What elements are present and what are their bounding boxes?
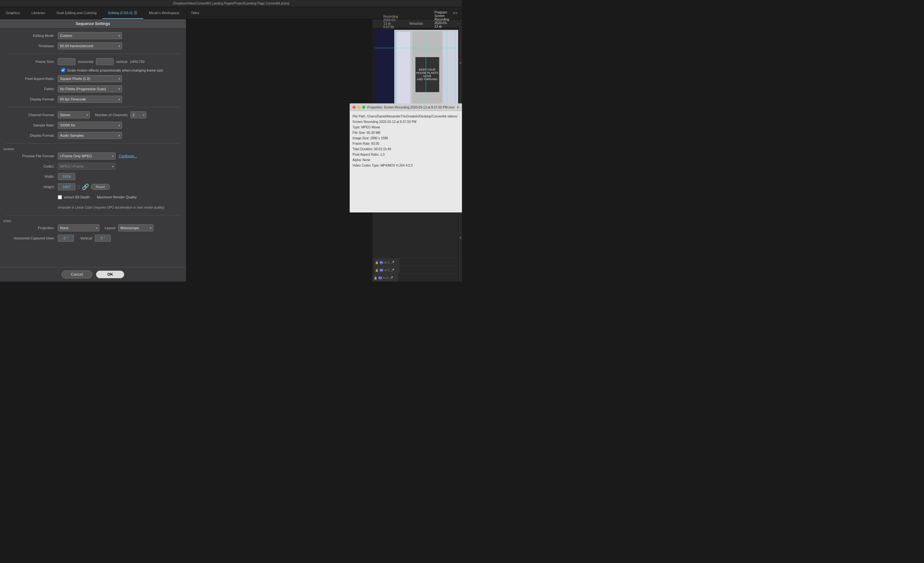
- prop-alpha: Alpha: None: [352, 157, 459, 163]
- tab-graphics[interactable]: Graphics: [0, 7, 26, 19]
- fields-select-wrapper[interactable]: No Fields (Progressive Scan): [58, 85, 122, 93]
- preview-width-input[interactable]: [58, 173, 75, 180]
- track-a1-mic[interactable]: 🎤: [391, 261, 394, 264]
- preview-file-format-select[interactable]: I-Frame Only MPEG: [58, 153, 116, 160]
- maximize-window-button[interactable]: [362, 106, 365, 109]
- channel-row: Channel Format: Stereo Number of Channel…: [6, 111, 180, 119]
- pixel-aspect-select-wrapper[interactable]: Square Pixels (1.0): [58, 75, 122, 82]
- link-wh-icon[interactable]: ⌷: [77, 184, 80, 189]
- close-window-button[interactable]: [352, 106, 356, 109]
- minimize-window-button[interactable]: [357, 106, 360, 109]
- track-a1-m[interactable]: M: [384, 261, 387, 264]
- num-channels-wrapper[interactable]: 2: [130, 111, 146, 118]
- track-a1-s[interactable]: S: [388, 261, 390, 264]
- track-a3-s[interactable]: S: [387, 276, 388, 280]
- tab-dual-editing[interactable]: Dual Editing and Coloring: [51, 7, 102, 19]
- projection-row: Projection: None Layout: Monoscopic: [6, 224, 180, 232]
- title-bar: /Dropbox/Video/ConvertKit Landing Pages/…: [0, 0, 462, 7]
- projection-wrapper[interactable]: None: [58, 225, 99, 231]
- scale-motion-row: Scale motion effects proportionally when…: [61, 68, 180, 72]
- tab-titles[interactable]: Titles: [185, 7, 205, 19]
- codec-wrapper[interactable]: MPEG I-Frame: [58, 163, 116, 170]
- preview-file-format-wrapper[interactable]: I-Frame Only MPEG: [58, 153, 116, 160]
- projection-select[interactable]: None: [58, 225, 99, 231]
- num-channels-select[interactable]: 2: [130, 111, 146, 118]
- audio-display-format-select[interactable]: Audio Samples: [58, 132, 122, 139]
- cancel-button[interactable]: Cancel: [62, 271, 92, 278]
- pixel-aspect-select[interactable]: Square Pixels (1.0): [58, 75, 122, 82]
- properties-body: File Path: /Users/DanielAlexanderTheGrea…: [350, 111, 462, 212]
- channel-format-select[interactable]: Stereo: [58, 111, 90, 118]
- preview-wh-group: [58, 173, 75, 180]
- prop-pixel-aspect: Pixel Aspect Ratio: 1.0: [352, 152, 459, 157]
- track-a2-s[interactable]: S: [388, 269, 390, 272]
- layout-wrapper[interactable]: Monoscopic: [118, 225, 153, 231]
- horizontal-view-row: Horizontal Captured View: Vertical:: [6, 234, 180, 242]
- layout-select[interactable]: Monoscopic: [118, 225, 153, 231]
- tab-workspace[interactable]: Micah's Workspace: [143, 7, 185, 19]
- audio-display-format-wrapper[interactable]: Audio Samples: [58, 132, 122, 139]
- preview-height-label: Height:: [6, 185, 58, 189]
- chain-icon: 🔗: [82, 183, 89, 190]
- configure-button[interactable]: Configure...: [119, 154, 137, 158]
- ok-button[interactable]: OK: [96, 271, 124, 278]
- preview-width-label: Width:: [6, 175, 58, 178]
- tab-menu-icon[interactable]: ☰: [134, 10, 137, 15]
- properties-panel: Properties: Screen Recording 2020-03-13 …: [350, 103, 462, 213]
- composite-text: omposite in Linear Color (requires GPU a…: [58, 206, 164, 209]
- fields-label: Fields:: [6, 87, 58, 91]
- reset-button[interactable]: Reset: [91, 184, 110, 190]
- pixel-aspect-row: Pixel Aspect Ratio: Square Pixels (1.0): [6, 75, 180, 82]
- audio-display-format-row: Display Format: Audio Samples: [6, 132, 180, 139]
- vertical-view-input[interactable]: [95, 235, 111, 242]
- track-a2-m[interactable]: M: [384, 269, 387, 272]
- editing-mode-select[interactable]: Custom: [58, 32, 122, 39]
- channel-format-wrapper[interactable]: Stereo: [58, 111, 90, 118]
- sample-rate-select[interactable]: 32000 Hz: [58, 122, 122, 129]
- preview-height-row: Height: ⌷ 🔗 Reset: [6, 183, 180, 191]
- timebase-select-wrapper[interactable]: 60.00 frames/second: [58, 42, 122, 49]
- properties-menu-icon[interactable]: ≡: [457, 105, 459, 109]
- previews-section-title: reviews: [3, 147, 180, 151]
- tab-libraries[interactable]: Libraries: [26, 7, 51, 19]
- display-format-select-wrapper[interactable]: 60 fps Timecode: [58, 96, 122, 103]
- traffic-lights: [352, 106, 365, 109]
- track-a2-row: 🔒 A2 M S 🎤: [372, 266, 462, 274]
- tab-editing[interactable]: Editing (CSS.5) ☰: [102, 7, 143, 19]
- composite-linear-row: omposite in Linear Color (requires GPU a…: [6, 204, 180, 211]
- metadata-btn[interactable]: Metadata: [410, 22, 423, 25]
- editing-mode-label: Editing Mode:: [6, 34, 58, 37]
- pixel-aspect-label: Pixel Aspect Ratio:: [6, 77, 58, 81]
- codec-select[interactable]: MPEG I-Frame: [58, 163, 116, 170]
- vertical-view-label: Vertical:: [80, 236, 93, 240]
- scroll-bot-marker: [459, 237, 461, 239]
- nav-tab-overflow[interactable]: >>: [452, 7, 462, 19]
- fields-select[interactable]: No Fields (Progressive Scan): [58, 85, 122, 93]
- prop-file-path: File Path: /Users/DanielAlexanderTheGrea…: [352, 114, 459, 119]
- num-channels-label: Number of Channels:: [95, 113, 128, 117]
- track-a2-mic[interactable]: 🎤: [391, 269, 394, 272]
- timebase-select[interactable]: 60.00 frames/second: [58, 42, 122, 49]
- display-format-row: Display Format: 60 fps Timecode: [6, 95, 180, 103]
- track-a3-m[interactable]: M: [383, 276, 386, 280]
- track-a1-label: 🔒 A1 M S 🎤: [374, 259, 399, 266]
- prop-video-codec: Video Codec Type: MP4/MOV H.264 4:2:0: [352, 163, 459, 168]
- timebase-row: Timebase: 60.00 frames/second: [6, 42, 180, 50]
- audio-display-format-label: Display Format:: [6, 133, 58, 138]
- preview-height-input[interactable]: [58, 183, 75, 190]
- sample-rate-wrapper[interactable]: 32000 Hz: [58, 122, 122, 129]
- preview-text: KEEP YOUR HOUSE PLANTS ALIVEAND THRIVING: [416, 68, 439, 81]
- frame-width-input[interactable]: 2880: [58, 58, 75, 65]
- max-bit-depth-checkbox[interactable]: [58, 195, 62, 199]
- editing-mode-select-wrapper[interactable]: Custom: [58, 32, 122, 39]
- scale-motion-label: Scale motion effects proportionally when…: [67, 68, 163, 72]
- track-a3-mic[interactable]: 🎤: [390, 276, 393, 280]
- track-a2-dot: A2: [380, 268, 383, 272]
- prop-file-size: File Size: 65.39 MB: [352, 130, 459, 135]
- scroll-top-marker: [459, 62, 461, 64]
- scale-motion-checkbox[interactable]: [61, 68, 65, 72]
- display-format-select[interactable]: 60 fps Timecode: [58, 96, 122, 103]
- frame-height-input[interactable]: 1586: [96, 58, 114, 65]
- horizontal-view-input[interactable]: [58, 235, 74, 242]
- track-a1-dot: A1: [380, 261, 383, 265]
